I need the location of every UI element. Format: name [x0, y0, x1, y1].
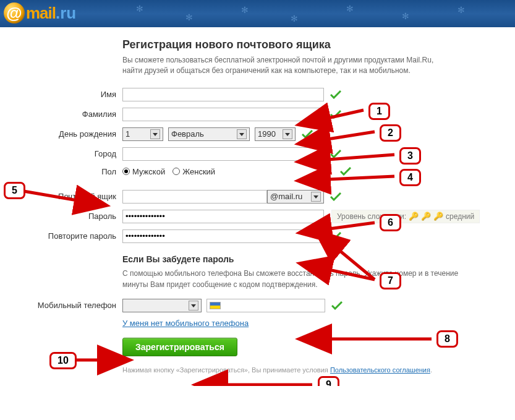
logo[interactable]: @ mail .ru — [4, 2, 76, 24]
gender-male-label: Мужской — [132, 167, 165, 176]
birthday-year-value: 1990 — [258, 129, 276, 139]
svg-marker-2 — [285, 133, 290, 136]
mobile-country-select[interactable] — [122, 299, 202, 312]
label-first-name: Имя — [19, 90, 122, 99]
chevron-down-icon — [237, 129, 247, 139]
svg-line-11 — [329, 223, 375, 229]
check-icon — [330, 192, 341, 201]
row-city: Город — [19, 147, 496, 161]
forgot-title: Если Вы забудете пароль — [122, 254, 496, 264]
label-gender: Пол — [19, 167, 122, 176]
check-icon — [330, 90, 341, 99]
key-icon: 🔑 — [421, 212, 431, 221]
register-button[interactable]: Зарегистрироваться — [122, 338, 237, 356]
row-mailbox: Почтовый ящик @mail.ru — [19, 190, 496, 204]
svg-marker-0 — [153, 133, 158, 136]
svg-line-9 — [328, 176, 394, 179]
radio-dot-icon — [172, 168, 180, 175]
check-icon — [302, 130, 313, 139]
mailbox-domain-value: @mail.ru — [270, 192, 302, 201]
page-title: Регистрация нового почтового ящика — [122, 38, 496, 51]
row-birthday: День рождения 1 Февраль 1990 — [19, 127, 496, 141]
page-subtitle: Вы сможете пользоваться бесплатной элект… — [122, 55, 444, 77]
password-input[interactable] — [122, 210, 324, 223]
label-mobile: Мобильный телефон — [19, 301, 122, 310]
site-header: ✻ ✻ ✻ ✻ ✻ ✻ ✻ @ mail .ru — [0, 0, 515, 27]
gender-female-label: Женский — [182, 167, 215, 176]
label-last-name: Фамилия — [19, 109, 122, 119]
last-name-input[interactable] — [122, 108, 324, 121]
logo-at-icon: @ — [4, 2, 25, 24]
forgot-text: С помощью мобильного телефона Вы сможете… — [122, 268, 469, 290]
gender-female-radio[interactable]: Женский — [172, 167, 215, 176]
check-icon — [331, 301, 343, 310]
mobile-number-wrap — [206, 299, 325, 312]
city-input[interactable] — [122, 147, 324, 161]
birthday-year-select[interactable]: 1990 — [255, 127, 296, 141]
birthday-day-select[interactable]: 1 — [122, 127, 163, 141]
footer-prefix: Нажимая кнопку «Зарегистрироваться», Вы … — [122, 366, 330, 374]
key-icon: 🔑 — [409, 212, 419, 221]
row-gender: Пол Мужской Женский — [19, 167, 496, 176]
mailbox-user-input[interactable] — [122, 190, 267, 204]
label-birthday: День рождения — [19, 129, 122, 139]
first-name-input[interactable] — [122, 88, 324, 101]
mobile-number-input[interactable] — [223, 300, 322, 311]
svg-marker-4 — [191, 304, 196, 307]
check-icon — [330, 110, 341, 119]
no-mobile-link[interactable]: У меня нет мобильного телефона — [122, 319, 249, 328]
chevron-down-icon — [311, 192, 321, 202]
label-password: Пароль — [19, 212, 122, 221]
key-icon: 🔑 — [433, 212, 443, 221]
password-strength-badge: Уровень сложности: 🔑 🔑 🔑 средний — [331, 210, 480, 223]
check-icon — [330, 232, 341, 241]
chevron-down-icon — [150, 129, 160, 139]
svg-marker-3 — [313, 195, 318, 199]
birthday-day-value: 1 — [126, 129, 130, 139]
gender-male-radio[interactable]: Мужской — [122, 167, 165, 176]
terms-link[interactable]: Пользовательского соглашения — [330, 366, 430, 374]
ukraine-flag-icon — [210, 302, 221, 309]
svg-marker-1 — [239, 133, 244, 136]
mailbox-domain-select[interactable]: @mail.ru — [267, 190, 324, 204]
radio-dot-icon — [122, 168, 130, 175]
birthday-month-select[interactable]: Февраль — [168, 127, 250, 141]
row-mobile: Мобильный телефон — [19, 299, 496, 312]
label-city: Город — [19, 149, 122, 158]
label-mailbox: Почтовый ящик — [19, 192, 122, 201]
chevron-down-icon — [189, 301, 198, 311]
chevron-down-icon — [283, 129, 292, 139]
footer: Нажимая кнопку «Зарегистрироваться», Вы … — [122, 366, 496, 374]
password-strength-level: средний — [446, 212, 474, 221]
check-icon — [330, 150, 341, 158]
label-password-repeat: Повторите пароль — [19, 231, 122, 241]
logo-text-ru: .ru — [56, 4, 76, 23]
row-first-name: Имя — [19, 88, 496, 101]
row-password: Пароль Уровень сложности: 🔑 🔑 🔑 средний — [19, 210, 496, 223]
callout: 9 — [318, 376, 339, 386]
row-last-name: Фамилия — [19, 108, 496, 121]
row-password-repeat: Повторите пароль — [19, 229, 496, 243]
annotation-overlay: 1 2 3 4 5 6 7 8 9 10 11 — [0, 27, 515, 386]
password-repeat-input[interactable] — [122, 229, 324, 243]
logo-text-mail: mail — [26, 4, 56, 23]
birthday-month-value: Февраль — [171, 129, 204, 139]
password-strength-label: Уровень сложности: — [337, 212, 406, 221]
check-icon — [340, 167, 351, 176]
